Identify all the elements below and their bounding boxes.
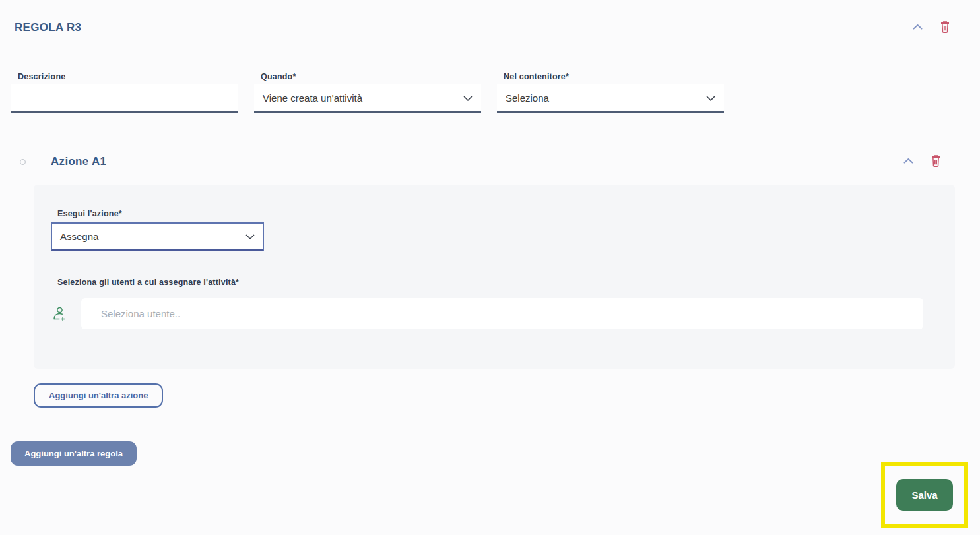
action-panel: Esegui l'azione* Assegna Seleziona gli u… [34, 185, 955, 369]
action-header-actions [903, 154, 942, 170]
rule-delete-button[interactable] [939, 20, 951, 36]
rule-title: REGOLA R3 [15, 21, 81, 34]
chevron-down-icon [245, 231, 255, 242]
when-select[interactable]: Viene creata un'attività [254, 84, 481, 113]
chevron-up-icon [903, 157, 914, 167]
chevron-up-icon [912, 23, 923, 33]
action-header: Azione A1 [11, 154, 942, 170]
when-label: Quando* [261, 72, 481, 81]
container-select[interactable]: Seleziona [497, 84, 724, 113]
rule-collapse-button[interactable] [912, 23, 923, 33]
container-field-group: Nel contenitore* Seleziona [497, 72, 724, 113]
execute-action-label: Esegui l'azione* [57, 209, 923, 218]
add-action-button[interactable]: Aggiungi un'altra azione [34, 383, 163, 408]
action-title: Azione A1 [51, 155, 903, 168]
save-button[interactable]: Salva [896, 479, 953, 511]
assignees-row [51, 298, 923, 329]
assignee-search-input[interactable] [81, 298, 923, 329]
chevron-down-icon [706, 92, 715, 104]
rule-header: REGOLA R3 [0, 0, 980, 36]
action-delete-button[interactable] [930, 154, 942, 170]
add-rule-button[interactable]: Aggiungi un'altra regola [11, 441, 137, 466]
execute-action-select[interactable]: Assegna [51, 222, 264, 251]
rule-header-actions [912, 20, 951, 36]
description-field-group: Descrizione [11, 72, 238, 113]
action-collapse-button[interactable] [903, 157, 914, 167]
save-button-highlight: Salva [881, 462, 968, 528]
when-select-value: Viene creata un'attività [263, 92, 362, 104]
action-bullet-icon [20, 159, 26, 165]
trash-icon [930, 154, 942, 170]
rule-condition-fields: Descrizione Quando* Viene creata un'atti… [11, 72, 980, 113]
description-input[interactable] [11, 84, 238, 113]
container-select-value: Seleziona [506, 92, 549, 104]
description-label: Descrizione [18, 72, 238, 81]
assignees-label: Seleziona gli utenti a cui assegnare l'a… [57, 278, 923, 287]
chevron-down-icon [463, 92, 473, 104]
trash-icon [939, 20, 951, 36]
container-label: Nel contenitore* [504, 72, 724, 81]
rule-header-divider [9, 47, 965, 47]
execute-action-value: Assegna [60, 231, 98, 242]
user-add-icon [51, 305, 67, 323]
when-field-group: Quando* Viene creata un'attività [254, 72, 481, 113]
